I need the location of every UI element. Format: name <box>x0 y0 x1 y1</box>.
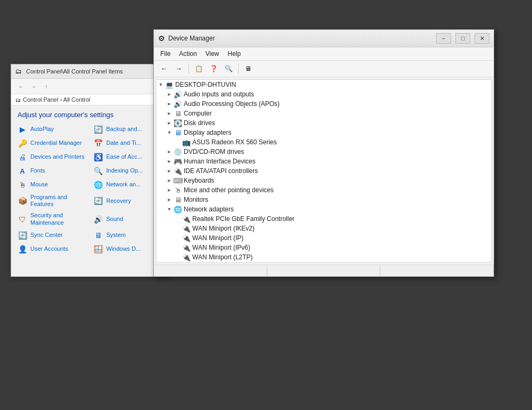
menu-file[interactable]: File <box>156 48 175 59</box>
autoplay-icon: ▶ <box>18 125 27 134</box>
cp-item-network[interactable]: 🌐 Network an... <box>92 178 163 191</box>
tree-item-wan-ipv6[interactable]: 🔌 WAN Miniport (IPv6) <box>157 243 491 252</box>
minimize-button[interactable]: − <box>436 33 451 44</box>
indexing-label: Indexing Op... <box>107 167 143 174</box>
cp-item-system[interactable]: 🖥 System <box>92 229 163 242</box>
monitors-icon: 🖥 <box>174 195 182 204</box>
monitors-label: Monitors <box>184 196 208 203</box>
wan-ikev2-label: WAN Miniport (IKEv2) <box>192 225 255 232</box>
sync-label: Sync Center <box>30 232 63 239</box>
cp-content: ▶ AutoPlay 🔄 Backup and... 🔑 Credential … <box>11 121 167 276</box>
network-adapters-label: Network adapters <box>184 206 234 213</box>
dm-title-text: Device Manager <box>168 35 432 42</box>
status-cell-1 <box>154 265 267 276</box>
cp-item-sound[interactable]: 🔊 Sound <box>92 210 163 227</box>
wan-ip-expander <box>174 234 182 242</box>
cp-item-devices[interactable]: 🖨 Devices and Printers <box>15 151 87 163</box>
tree-item-keyboards[interactable]: ► ⌨ Keyboards <box>157 176 491 185</box>
dm-titlebar: ⚙ Device Manager − □ ✕ <box>154 30 494 47</box>
realtek-icon: 🔌 <box>182 215 191 223</box>
asus-icon: 📺 <box>182 138 191 146</box>
cp-item-mouse[interactable]: 🖱 Mouse <box>15 178 87 191</box>
windows-label: Windows D... <box>107 245 141 252</box>
tree-item-dvd[interactable]: ► 💿 DVD/CD-ROM drives <box>157 147 491 157</box>
dm-toolbar: ← → 📋 ❓ 🔍 🖥 <box>154 61 494 77</box>
tree-item-computer[interactable]: ► 🖥 Computer <box>157 109 491 118</box>
credential-label: Credential Manager <box>30 140 82 146</box>
toolbar-properties[interactable]: 📋 <box>192 62 206 75</box>
ease-icon: ♿ <box>94 152 103 162</box>
network-adapters-icon: 🌐 <box>174 205 182 214</box>
wan-ikev2-expander <box>174 224 182 233</box>
tree-item-wan-ikev2[interactable]: 🔌 WAN Miniport (IKEv2) <box>157 224 491 233</box>
wan-ikev2-icon: 🔌 <box>182 224 191 233</box>
cp-item-fonts[interactable]: A Fonts <box>15 165 87 177</box>
cp-item-ease[interactable]: ♿ Ease of Acc... <box>92 151 163 163</box>
menu-action[interactable]: Action <box>175 48 201 59</box>
tree-item-wan-monitor[interactable]: 🔌 WAN Miniport (Network Monitor) <box>157 262 491 263</box>
tree-item-monitors[interactable]: ► 🖥 Monitors <box>157 195 491 204</box>
tree-item-diskdrives[interactable]: ► 💽 Disk drives <box>157 118 491 128</box>
cp-item-programs[interactable]: 📦 Programs and Features <box>15 192 87 209</box>
system-label: System <box>107 232 126 239</box>
ide-expander: ► <box>165 167 174 175</box>
cp-item-autoplay[interactable]: ▶ AutoPlay <box>15 123 87 136</box>
cp-item-windows[interactable]: 🪟 Windows D... <box>92 243 163 256</box>
asus-label: ASUS Radeon RX 560 Series <box>192 138 277 146</box>
back-button[interactable]: ← <box>15 81 26 92</box>
wan-l2tp-expander <box>174 253 182 261</box>
toolbar-scan[interactable]: 🔍 <box>222 62 235 75</box>
autoplay-label: AutoPlay <box>30 126 54 133</box>
toolbar-forward[interactable]: → <box>172 62 186 75</box>
security-icon: 🛡 <box>18 215 27 224</box>
toolbar-extra[interactable]: 🖥 <box>241 62 255 75</box>
cp-item-user[interactable]: 👤 User Accounts <box>15 243 87 256</box>
maximize-button[interactable]: □ <box>455 33 470 44</box>
cp-titlebar: 🗂 Control Panel\All Control Panel Items <box>11 64 167 79</box>
realtek-label: Realtek PCIe GbE Family Controller <box>192 215 294 223</box>
toolbar-back[interactable]: ← <box>157 62 171 75</box>
realtek-expander <box>174 215 182 223</box>
devices-icon: 🖨 <box>18 152 27 162</box>
keyboards-label: Keyboards <box>184 177 214 184</box>
sound-icon: 🔊 <box>94 215 103 224</box>
tree-item-audio-io[interactable]: ► 🔊 Audio inputs and outputs <box>157 89 491 99</box>
cp-item-credential[interactable]: 🔑 Credential Manager <box>15 137 87 150</box>
tree-item-realtek[interactable]: 🔌 Realtek PCIe GbE Family Controller <box>157 214 491 224</box>
tree-item-asus[interactable]: 📺 ASUS Radeon RX 560 Series <box>157 137 491 147</box>
tree-item-audio-proc[interactable]: ► 🔊 Audio Processing Objects (APOs) <box>157 99 491 109</box>
tree-item-wan-ip[interactable]: 🔌 WAN Miniport (IP) <box>157 233 491 243</box>
menu-view[interactable]: View <box>201 48 224 59</box>
cp-item-recovery[interactable]: 🔄 Recovery <box>92 192 163 209</box>
wan-ipv6-label: WAN Miniport (IPv6) <box>192 244 250 251</box>
tree-item-mice[interactable]: ► 🖱 Mice and other pointing devices <box>157 185 491 195</box>
close-button[interactable]: ✕ <box>474 33 489 44</box>
recovery-icon: 🔄 <box>94 196 103 206</box>
cp-item-security[interactable]: 🛡 Security and Maintenance <box>15 210 87 227</box>
wan-l2tp-label: WAN Miniport (L2TP) <box>192 253 253 261</box>
cp-title-icon: 🗂 <box>15 68 23 75</box>
wan-ipv6-expander <box>174 243 182 252</box>
user-icon: 👤 <box>18 244 27 254</box>
tree-item-hid[interactable]: ► 🎮 Human Interface Devices <box>157 157 491 166</box>
programs-icon: 📦 <box>18 196 27 206</box>
toolbar-help[interactable]: ❓ <box>207 62 220 75</box>
audio-proc-icon: 🔊 <box>174 100 182 108</box>
cp-item-datetime[interactable]: 📅 Date and Ti... <box>92 137 163 150</box>
tree-item-network[interactable]: ▼ 🌐 Network adapters <box>157 204 491 214</box>
up-button[interactable]: ↑ <box>41 81 52 92</box>
tree-item-display[interactable]: ▼ 🖥 Display adapters <box>157 128 491 137</box>
tree-item-wan-l2tp[interactable]: 🔌 WAN Miniport (L2TP) <box>157 252 491 262</box>
cp-item-indexing[interactable]: 🔍 Indexing Op... <box>92 165 163 177</box>
audio-proc-label: Audio Processing Objects (APOs) <box>184 100 280 108</box>
forward-button[interactable]: → <box>28 81 39 92</box>
tree-item-root[interactable]: ▼ 💻 DESKTOP-DHTUVIN <box>157 80 491 89</box>
cp-item-backup[interactable]: 🔄 Backup and... <box>92 123 163 136</box>
datetime-icon: 📅 <box>94 138 103 148</box>
cp-grid: ▶ AutoPlay 🔄 Backup and... 🔑 Credential … <box>15 123 163 256</box>
dm-content[interactable]: ▼ 💻 DESKTOP-DHTUVIN ► 🔊 Audio inputs and… <box>156 79 492 263</box>
security-label: Security and Maintenance <box>30 212 85 226</box>
cp-item-sync[interactable]: 🔄 Sync Center <box>15 229 87 242</box>
menu-help[interactable]: Help <box>224 48 245 59</box>
tree-item-ide[interactable]: ► 🔌 IDE ATA/ATAPI controllers <box>157 166 491 176</box>
